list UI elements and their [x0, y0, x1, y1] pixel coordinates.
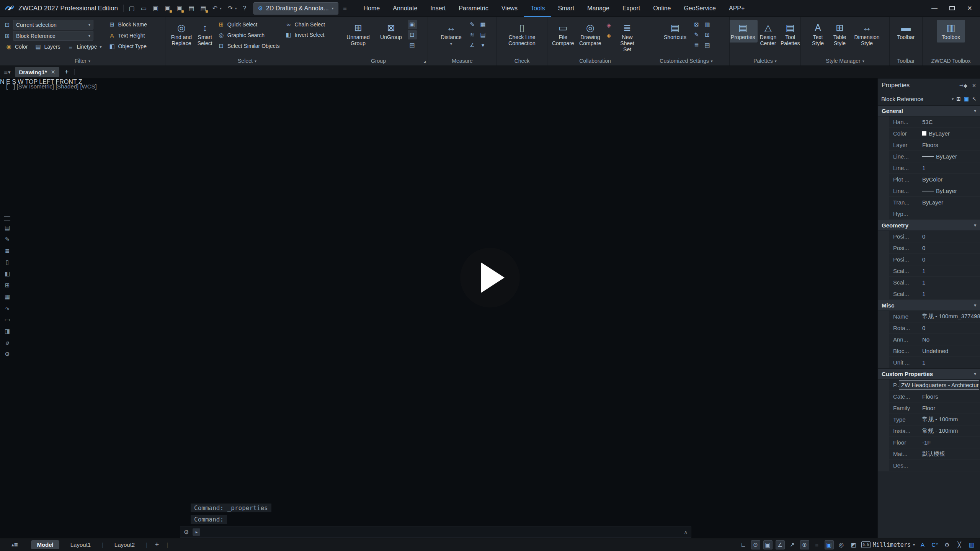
- polar-snap-icon[interactable]: ↗: [788, 540, 797, 549]
- block-settings-icon[interactable]: ⊞: [703, 30, 712, 39]
- image-edit-icon[interactable]: ◨: [2, 327, 12, 336]
- property-value[interactable]: 53C: [922, 119, 980, 125]
- property-value[interactable]: 0: [922, 325, 980, 331]
- property-value[interactable]: No: [922, 336, 980, 343]
- panel-label-select[interactable]: Select▾: [165, 58, 329, 64]
- menu-insert[interactable]: Insert: [424, 0, 452, 17]
- property-value[interactable]: 0: [922, 256, 980, 263]
- tool-palettes-button[interactable]: Tool Palettes: [779, 20, 801, 49]
- palette-grip[interactable]: [4, 216, 10, 217]
- properties-palette-button[interactable]: Properties: [730, 20, 758, 43]
- graphic-search-button[interactable]: Graphic Search: [216, 31, 281, 40]
- palette-grip[interactable]: [4, 220, 10, 221]
- menu-views[interactable]: Views: [495, 0, 524, 17]
- toggle-value-display-icon[interactable]: ⊞: [956, 96, 961, 102]
- color-filter-button[interactable]: Color: [4, 42, 29, 51]
- property-value[interactable]: ZW Headquarters - Architecture: [899, 380, 979, 390]
- property-value[interactable]: ByLayer: [922, 130, 980, 137]
- unlock-drawing-icon[interactable]: ◈: [604, 31, 613, 40]
- panel-expand-icon[interactable]: ◢: [423, 60, 426, 64]
- help-icon[interactable]: ?: [243, 5, 247, 12]
- unnamed-group-button[interactable]: Unnamed Group: [340, 20, 376, 49]
- workspace-gear-icon[interactable]: ⚙: [942, 540, 952, 549]
- minimize-button[interactable]: —: [926, 2, 942, 15]
- purge-icon[interactable]: ✎: [2, 235, 12, 244]
- new-file-icon[interactable]: ▢: [129, 5, 135, 12]
- panel-label-toolbar[interactable]: Toolbar: [890, 58, 922, 64]
- property-value[interactable]: 1: [922, 359, 980, 366]
- menu-tools[interactable]: Tools: [524, 0, 551, 17]
- property-value[interactable]: ByLayer: [922, 153, 980, 160]
- menu-parametric[interactable]: Parametric: [452, 0, 495, 17]
- property-value[interactable]: Undefined: [922, 348, 980, 354]
- chevron-down-icon[interactable]: ▾: [913, 543, 915, 547]
- property-value[interactable]: -1F: [922, 439, 980, 446]
- command-input-bar[interactable]: ⚙ ▸ ∧: [180, 526, 691, 538]
- layout-tab-layout2[interactable]: Layout2: [109, 540, 140, 549]
- units-control[interactable]: 0.0 Millimeters ▾: [861, 541, 915, 548]
- ortho-mode-icon[interactable]: ∟: [739, 540, 748, 549]
- plot-icon[interactable]: ▤: [188, 5, 194, 12]
- smart-select-button[interactable]: Smart Select: [195, 20, 215, 49]
- list-settings-icon[interactable]: ≣: [692, 41, 701, 50]
- text-style-button[interactable]: Text Style: [807, 20, 829, 49]
- file-compare-button[interactable]: File Compare: [550, 20, 577, 49]
- add-layout-button[interactable]: +: [153, 541, 162, 549]
- lineweight-icon[interactable]: ≡: [812, 540, 822, 549]
- dimension-style-button[interactable]: Dimension Style: [851, 20, 883, 49]
- curve-tool-icon[interactable]: ∿: [2, 304, 12, 313]
- panel-label-group[interactable]: Group: [329, 58, 428, 64]
- group-selectable-icon[interactable]: ⊡: [408, 30, 417, 39]
- match-properties-icon[interactable]: ▤: [2, 223, 12, 232]
- quick-select-button[interactable]: Quick Select: [216, 20, 281, 29]
- filter-type-dropdown[interactable]: Block Reference▾: [13, 31, 93, 41]
- group-edit-icon[interactable]: ▣: [408, 20, 417, 29]
- menu-home[interactable]: Home: [357, 0, 387, 17]
- panel-label-palettes[interactable]: Palettes▾: [730, 58, 800, 64]
- toolbox-button[interactable]: Toolbox: [937, 20, 965, 43]
- clean-screen-icon[interactable]: ▥: [967, 540, 976, 549]
- panel-label-measure[interactable]: Measure: [428, 58, 497, 64]
- undo-icon[interactable]: ↶: [212, 5, 217, 12]
- new-sheet-set-button[interactable]: New Sheet Set: [614, 20, 640, 55]
- menu-app[interactable]: APP+: [722, 0, 751, 17]
- select-similar-objects-button[interactable]: Select Similar Objects: [216, 41, 281, 51]
- dynamic-input-icon[interactable]: ⊕: [800, 540, 809, 549]
- measure-list-icon[interactable]: ▤: [479, 30, 488, 39]
- batch-plot-icon[interactable]: ▤: [201, 5, 206, 12]
- play-button[interactable]: [460, 248, 520, 307]
- interface-columns-icon[interactable]: ▥: [703, 20, 712, 29]
- layers-filter-button[interactable]: Layers: [33, 42, 62, 51]
- isolate-objects-icon[interactable]: ╳: [955, 540, 964, 549]
- panel-label-check[interactable]: Check: [497, 58, 547, 64]
- distance-button[interactable]: Distance▾: [436, 20, 466, 48]
- annotation-visibility-icon[interactable]: C°: [930, 540, 939, 549]
- chevron-down-icon[interactable]: ▾: [974, 108, 976, 113]
- find-and-replace-button[interactable]: Find and Replace: [168, 20, 195, 49]
- alias-edit-icon[interactable]: ⊠: [692, 20, 701, 29]
- section-header-custom-properties[interactable]: Custom Properties▾: [878, 368, 980, 379]
- design-center-button[interactable]: Design Center: [758, 20, 779, 49]
- block-name-button[interactable]: Block Name: [107, 20, 148, 29]
- column-section-icon[interactable]: ▯: [2, 258, 12, 267]
- save-as-icon[interactable]: ▣: [165, 5, 170, 12]
- property-value[interactable]: Floors: [922, 393, 980, 400]
- dropdown-caret-icon[interactable]: ▾: [235, 7, 237, 10]
- maximize-button[interactable]: [944, 2, 960, 15]
- drawing-viewport[interactable]: [—] [SW Isometric] [Shaded] [WCS] ▤✎≣▯◧⊞…: [0, 78, 877, 538]
- property-value[interactable]: Floors: [922, 142, 980, 148]
- model-space-toggle-icon[interactable]: ▴≣: [11, 542, 18, 548]
- image-frame-icon[interactable]: ▦: [2, 292, 12, 301]
- save-icon[interactable]: ▣: [153, 5, 158, 12]
- quick-properties-icon[interactable]: ◩: [849, 540, 858, 549]
- select-objects-icon[interactable]: ↖: [972, 96, 977, 102]
- close-button[interactable]: ✕: [962, 2, 978, 15]
- object-type-button[interactable]: Object Type: [107, 42, 148, 51]
- chevron-down-icon[interactable]: ▾: [974, 223, 976, 228]
- property-value[interactable]: 1: [922, 268, 980, 274]
- measure-angle-icon[interactable]: ∠: [468, 41, 477, 50]
- property-value[interactable]: 0: [922, 245, 980, 251]
- property-value[interactable]: Floor: [922, 405, 980, 411]
- 3d-model-canvas[interactable]: [0, 78, 877, 538]
- tab-list-icon[interactable]: ≣▾: [4, 69, 10, 75]
